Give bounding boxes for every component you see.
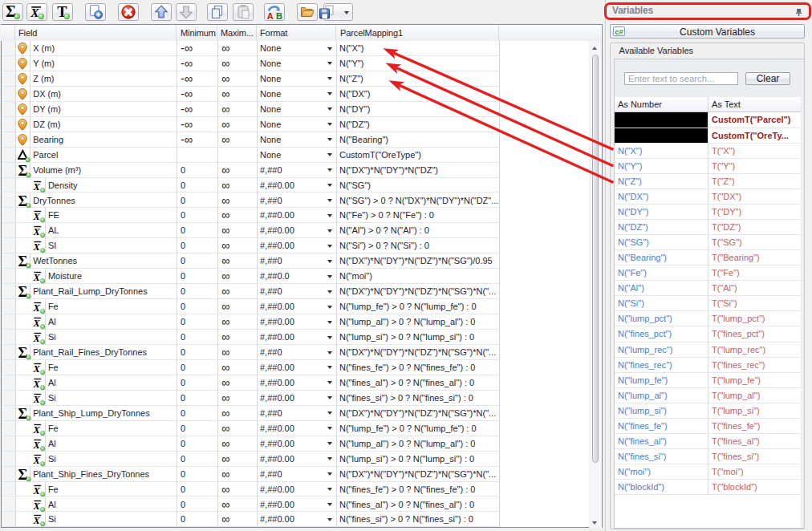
svg-text:X: X	[33, 454, 41, 465]
svg-text:B: B	[276, 11, 282, 21]
svg-text:X: X	[33, 333, 41, 344]
svg-text:X: X	[33, 363, 41, 375]
svg-text:X: X	[33, 302, 41, 314]
svg-text:X: X	[33, 379, 41, 390]
svg-text:X: X	[33, 484, 41, 496]
svg-text:X: X	[30, 6, 39, 19]
svg-text:Σ: Σ	[18, 346, 27, 360]
svg-text:X: X	[33, 211, 41, 222]
svg-text:Σ: Σ	[18, 468, 27, 482]
svg-text:Σ: Σ	[18, 194, 27, 209]
svg-text:Σ: Σ	[18, 407, 27, 421]
svg-text:X: X	[33, 424, 41, 436]
svg-text:Σ: Σ	[18, 254, 27, 269]
svg-text:X: X	[33, 272, 41, 283]
svg-text:A: A	[267, 11, 274, 21]
svg-text:Σ: Σ	[18, 285, 27, 299]
svg-text:X: X	[33, 180, 41, 192]
svg-text:X: X	[33, 226, 41, 237]
svg-text:Σ: Σ	[18, 164, 27, 178]
svg-text:X: X	[33, 500, 41, 511]
svg-text:X: X	[33, 394, 41, 405]
svg-text:X: X	[33, 439, 41, 450]
svg-text:X: X	[33, 241, 41, 253]
svg-text:X: X	[33, 318, 41, 329]
svg-text:X: X	[33, 515, 41, 526]
